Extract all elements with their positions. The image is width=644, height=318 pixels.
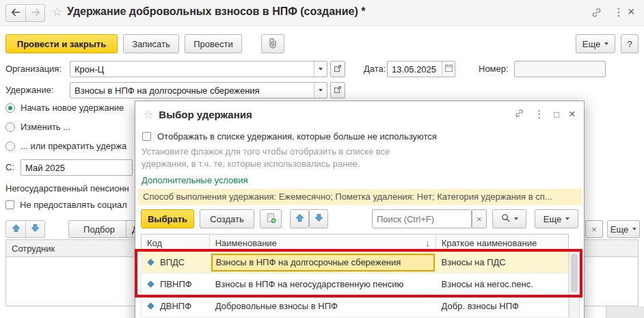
current-cell[interactable]: Взносы в НПФ на долгосрочные сбережения (211, 254, 435, 271)
create-button[interactable]: Создать (200, 209, 254, 228)
choose-deduction-dialog: ☆ Выбор удержания ⋮ □ × Отображать в спи… (135, 101, 585, 318)
column-header-name[interactable]: Наименование ↓ (210, 235, 436, 251)
scrollbar-thumb[interactable] (571, 254, 578, 292)
additional-conditions-link[interactable]: Дополнительные условия (142, 175, 248, 185)
chevron-down-icon (319, 68, 323, 70)
paperclip-icon (268, 38, 278, 51)
select-button[interactable]: Выбрать (141, 209, 194, 228)
no-social-row: Не предоставлять социал (5, 200, 127, 210)
arrow-right-icon (31, 8, 40, 18)
item-diamond-icon (147, 280, 155, 288)
calendar-icon (444, 64, 453, 75)
radio-start-new[interactable] (5, 103, 15, 113)
pick-employees-button[interactable]: Подбор (68, 220, 130, 238)
number-label: Номер: (479, 64, 509, 74)
organization-label: Организация: (5, 64, 62, 74)
move-rows-group (5, 220, 45, 238)
organization-dropdown[interactable] (314, 62, 327, 77)
row-code: ПВНПФ (160, 279, 192, 289)
close-icon[interactable]: × (628, 5, 635, 19)
chevron-down-icon (604, 42, 608, 45)
employees-more-button[interactable]: Еще (607, 220, 640, 238)
post-button[interactable]: Провести (185, 34, 242, 53)
row-short-name: Взносы на негос.пенс. (436, 274, 568, 295)
employee-column-header: Сотрудник (12, 243, 55, 254)
row-short-name: Взносы на ПДС (436, 252, 568, 273)
column-header-code[interactable]: Код (142, 235, 210, 251)
organization-open-button[interactable] (330, 61, 345, 77)
save-button[interactable]: Записать (123, 34, 179, 53)
kebab-menu-icon[interactable]: ⋮ (613, 5, 624, 18)
move-down-button[interactable] (25, 221, 44, 237)
radio-row-change: Изменить ... (5, 122, 70, 132)
deduction-label: Удержание: (5, 85, 54, 95)
radio-change[interactable] (5, 122, 15, 132)
more-label: Еще (544, 214, 561, 224)
table-row[interactable]: ВПДС Взносы в НПФ на долгосрочные сбереж… (141, 252, 569, 274)
deduction-field (70, 82, 327, 98)
move-up-button[interactable] (6, 221, 25, 237)
app-window: ☆ Удержание добровольных взносов в НПФ (… (0, 0, 644, 318)
table-row[interactable]: ДВНПФ Добровольные взносы в НПФ Добр. вз… (141, 295, 569, 317)
list-more-button[interactable]: Еще (535, 209, 578, 228)
pension-section-label: Негосударственный пенсионн (5, 183, 129, 194)
table-row[interactable]: ПВНПФ Взносы в НПФ на негосударственную … (141, 274, 569, 295)
item-diamond-icon (147, 302, 155, 310)
dialog-titlebar: ☆ Выбор удержания ⋮ □ × (135, 101, 584, 127)
move-up-button[interactable] (290, 209, 309, 228)
deduction-dropdown[interactable] (314, 83, 327, 98)
maximize-icon[interactable]: □ (554, 109, 559, 120)
clear-filter-button[interactable]: × (585, 220, 603, 238)
forward-button[interactable] (25, 5, 44, 21)
organization-input[interactable] (70, 62, 314, 77)
no-social-checkbox[interactable] (5, 200, 14, 209)
attachments-button[interactable] (261, 34, 284, 53)
kebab-menu-icon[interactable]: ⋮ (534, 108, 544, 120)
show-unused-checkbox[interactable] (142, 132, 151, 141)
arrow-left-icon (11, 8, 21, 18)
row-code: ВПДС (160, 257, 185, 267)
from-label: С: (5, 162, 14, 172)
deduction-open-button[interactable] (330, 82, 345, 98)
date-field (387, 61, 455, 77)
create-by-copy-button[interactable] (260, 209, 282, 228)
chevron-down-icon (565, 217, 569, 220)
more-button[interactable]: Еще (576, 34, 615, 53)
radio-start-new-label: Начать новое удержание (21, 103, 124, 113)
date-calendar-button[interactable] (442, 62, 455, 77)
table-scrollbar[interactable] (569, 252, 580, 318)
move-down-button[interactable] (309, 209, 328, 228)
more-label: Еще (611, 224, 628, 235)
back-button[interactable] (6, 5, 25, 21)
row-name: Взносы в НПФ на негосударственную пенсию (210, 274, 436, 295)
open-form-icon (334, 85, 342, 96)
more-label: Еще (582, 39, 600, 49)
get-link-icon[interactable] (514, 108, 524, 120)
column-header-short[interactable]: Краткое наименование (436, 235, 568, 251)
favorite-star-icon[interactable]: ☆ (144, 109, 153, 120)
help-button[interactable]: ? (621, 34, 639, 53)
radio-stop[interactable] (5, 142, 15, 151)
search-field (372, 209, 472, 228)
dialog-title: Выбор удержания (159, 109, 252, 120)
organization-field (70, 61, 327, 77)
page-title: Удержание добровольных взносов в НПФ (со… (67, 5, 365, 18)
chevron-down-icon (319, 89, 323, 92)
post-and-close-button[interactable]: Провести и закрыть (5, 34, 118, 53)
show-unused-row: Отображать в списке удержания, которые б… (142, 131, 437, 142)
number-input[interactable] (515, 62, 605, 77)
from-period-field (21, 159, 133, 176)
deduction-input[interactable] (70, 83, 314, 98)
row-name: Добровольные взносы в НПФ (210, 295, 436, 317)
get-link-icon[interactable] (591, 7, 602, 21)
from-period-input[interactable] (21, 160, 132, 175)
deduction-info-bar: Способ выполнения удержания: Ежемесячно;… (138, 189, 582, 205)
close-icon[interactable]: × (569, 107, 576, 121)
search-options-button[interactable] (492, 209, 526, 228)
favorite-star-icon[interactable]: ☆ (52, 6, 62, 18)
date-input[interactable] (388, 62, 442, 77)
show-unused-label: Отображать в списке удержания, которые б… (157, 131, 437, 142)
search-clear-button[interactable]: × (472, 209, 487, 228)
search-input[interactable] (373, 210, 471, 228)
document-plus-icon (266, 213, 276, 226)
